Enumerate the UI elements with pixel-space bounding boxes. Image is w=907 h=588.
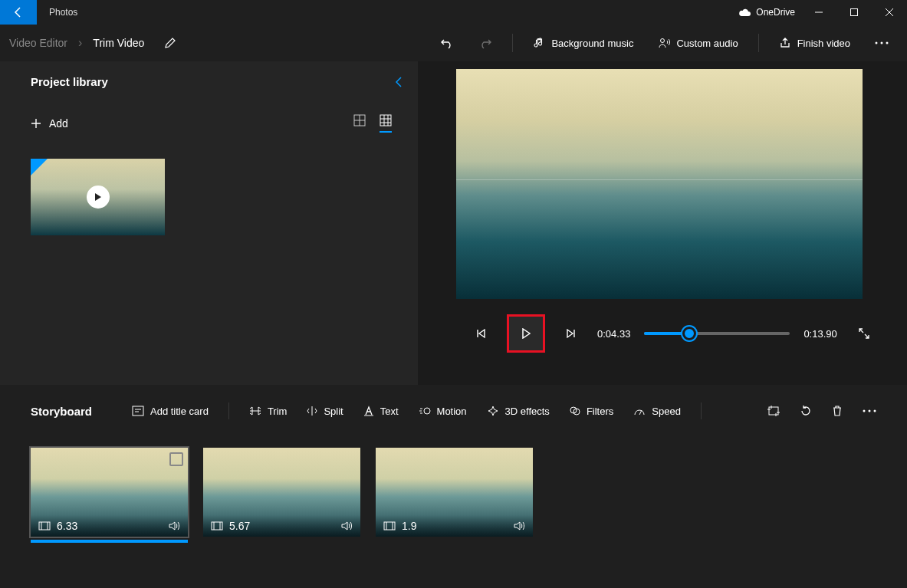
filters-icon [570,406,580,416]
svg-point-1 [661,39,665,43]
svg-rect-0 [851,9,858,16]
previous-frame-button[interactable] [468,321,493,346]
svg-point-3 [881,42,883,44]
current-time: 0:04.33 [597,328,630,340]
grid-large-icon [353,114,366,126]
finish-video-button[interactable]: Finish video [770,28,859,58]
maximize-button[interactable] [836,0,872,25]
seek-knob[interactable] [682,327,696,340]
storyboard-clip[interactable]: 5.67 [203,448,360,537]
clip-duration: 1.9 [402,520,416,532]
step-back-icon [475,328,486,339]
cloud-icon [738,8,751,17]
arrow-left-icon [12,6,25,18]
split-icon [307,406,317,416]
motion-button[interactable]: Motion [411,397,475,425]
small-grid-view-button[interactable] [380,114,392,133]
fullscreen-icon [858,327,870,340]
person-audio-icon [658,37,670,49]
add-media-button[interactable]: Add [31,117,68,130]
redo-icon [478,36,492,50]
total-time: 0:13.90 [803,328,836,340]
play-button[interactable] [507,314,545,353]
trim-icon [249,406,261,416]
more-button[interactable] [866,28,898,58]
clip-duration: 5.67 [229,520,250,532]
minimize-button[interactable] [801,0,836,25]
background-music-button[interactable]: Background music [524,28,642,58]
volume-icon[interactable] [513,521,525,531]
onedrive-status[interactable]: OneDrive [738,7,795,18]
undo-button[interactable] [431,28,463,58]
svg-point-8 [424,408,430,414]
video-preview[interactable] [456,69,863,299]
chevron-right-icon: › [78,36,82,50]
text-button[interactable]: Text [356,397,406,425]
preview-panel: 0:04.33 0:13.90 [418,61,907,385]
svg-point-13 [869,410,871,412]
storyboard-clip[interactable]: 1.9 [376,448,533,537]
pencil-icon [164,37,176,49]
delete-button[interactable] [832,405,843,417]
text-icon [363,406,374,416]
speed-icon [633,406,646,416]
used-indicator-icon [31,159,48,176]
rotate-button[interactable] [800,405,812,417]
storyboard-panel: Storyboard Add title card Trim Split Tex… [0,385,907,588]
svg-rect-11 [769,407,778,415]
svg-point-2 [876,42,878,44]
svg-rect-16 [212,522,222,530]
svg-point-12 [863,410,866,412]
trash-icon [832,405,843,417]
svg-point-4 [886,42,889,44]
large-grid-view-button[interactable] [353,114,366,133]
storyboard-clip[interactable]: 6.33 [31,448,188,537]
plus-icon [31,118,41,129]
film-icon [383,521,396,531]
next-frame-button[interactable] [559,321,583,346]
title-card-icon [132,406,144,416]
film-icon [38,521,51,531]
storyboard-more-button[interactable] [863,409,876,412]
thumbnail-play-icon [87,186,110,209]
sparkle-icon [487,406,499,416]
volume-icon[interactable] [168,521,180,531]
clip-checkbox[interactable] [169,452,183,466]
chevron-left-icon [395,76,403,88]
command-bar: Video Editor › Trim Video Background mus… [0,25,907,61]
step-forward-icon [566,328,577,339]
music-icon [533,37,545,49]
svg-rect-17 [384,522,395,530]
svg-rect-6 [380,115,391,126]
storyboard-title: Storyboard [31,405,92,418]
custom-audio-button[interactable]: Custom audio [649,28,747,58]
play-icon [521,328,531,339]
project-library-title: Project library [31,75,108,88]
speed-button[interactable]: Speed [626,397,688,425]
app-title: Photos [49,7,77,18]
close-button[interactable] [872,0,907,25]
back-button[interactable] [0,0,37,25]
motion-icon [419,406,431,416]
seek-slider[interactable] [644,332,790,335]
fullscreen-button[interactable] [852,321,876,346]
split-button[interactable]: Split [299,397,350,425]
volume-icon[interactable] [340,521,353,531]
ellipsis-icon [875,41,889,44]
film-icon [211,521,223,531]
ellipsis-icon [863,409,876,412]
add-title-card-button[interactable]: Add title card [124,397,216,425]
breadcrumb-root[interactable]: Video Editor [9,37,67,49]
clip-duration: 6.33 [57,520,77,532]
library-clip-thumbnail[interactable] [31,159,165,235]
resize-button[interactable] [767,406,780,416]
export-icon [779,37,791,49]
edit-name-button[interactable] [164,37,176,49]
3d-effects-button[interactable]: 3D effects [479,397,557,425]
trim-button[interactable]: Trim [242,397,295,425]
collapse-library-button[interactable] [395,76,403,88]
grid-small-icon [380,114,392,126]
svg-rect-15 [39,522,50,530]
filters-button[interactable]: Filters [562,397,621,425]
crop-icon [767,406,780,416]
